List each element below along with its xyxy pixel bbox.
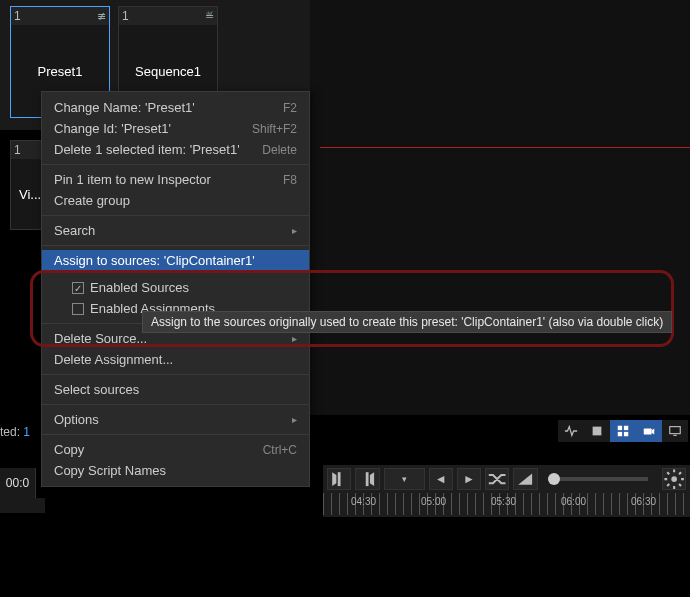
ruler-tick: 05:30 (491, 496, 516, 507)
checkbox-unchecked-icon (72, 303, 84, 315)
svg-rect-1 (618, 426, 622, 430)
menu-pin-inspector[interactable]: Pin 1 item to new Inspector F8 (42, 169, 309, 190)
ruler-tick: 04:30 (351, 496, 376, 507)
menu-separator (42, 404, 309, 405)
range-dropdown[interactable]: ▾ (384, 468, 425, 490)
ruler-tick: 06:00 (561, 496, 586, 507)
menu-create-group[interactable]: Create group (42, 190, 309, 211)
menu-delete-selected[interactable]: Delete 1 selected item: 'Preset1' Delete (42, 139, 309, 160)
menu-select-sources[interactable]: Select sources (42, 379, 309, 400)
timeline: ▾ ◄ ► 04:30 05:00 05:30 06:00 06:30 (323, 465, 690, 517)
settings-gear-icon[interactable] (662, 468, 686, 490)
svg-rect-2 (624, 426, 628, 430)
timecode-display[interactable]: 00:0 (0, 468, 36, 498)
svg-rect-6 (670, 427, 681, 434)
svg-rect-3 (618, 432, 622, 436)
square-icon[interactable] (584, 420, 610, 442)
next-button[interactable]: ► (457, 468, 481, 490)
svg-rect-7 (338, 472, 341, 486)
menu-separator (42, 164, 309, 165)
menu-change-id[interactable]: Change Id: 'Preset1' Shift+F2 (42, 118, 309, 139)
menu-options[interactable]: Options ▸ (42, 409, 309, 430)
preview-area (310, 0, 690, 415)
tile-index: 1 (14, 9, 21, 23)
menu-copy-script-names[interactable]: Copy Script Names (42, 460, 309, 481)
ruler-left-fragment (0, 498, 45, 513)
context-menu: Change Name: 'Preset1' F2 Change Id: 'Pr… (41, 91, 310, 487)
monitor-icon[interactable] (662, 420, 688, 442)
activity-icon[interactable] (558, 420, 584, 442)
slider-knob[interactable] (548, 473, 560, 485)
ruler-tick: 06:30 (631, 496, 656, 507)
svg-rect-5 (644, 428, 652, 434)
zoom-slider[interactable] (548, 477, 648, 481)
menu-copy[interactable]: Copy Ctrl+C (42, 439, 309, 460)
chevron-right-icon: ▸ (292, 333, 297, 344)
tile-index: 1 (122, 9, 129, 23)
svg-point-9 (671, 476, 677, 482)
shuffle-button[interactable] (485, 468, 509, 490)
ruler-tick: 05:00 (421, 496, 446, 507)
grid-icon[interactable] (610, 420, 636, 442)
chevron-right-icon: ▸ (292, 225, 297, 236)
status-selected: ted: 1 (0, 425, 30, 439)
mark-in-button[interactable] (327, 468, 351, 490)
menu-separator (42, 374, 309, 375)
menu-separator (42, 434, 309, 435)
contrast-button[interactable] (513, 468, 537, 490)
prev-button[interactable]: ◄ (429, 468, 453, 490)
tooltip: Assign to the sources originally used to… (142, 311, 672, 333)
menu-search[interactable]: Search ▸ (42, 220, 309, 241)
tile-index: 1 (14, 143, 21, 157)
menu-separator (42, 245, 309, 246)
checkbox-checked-icon (72, 282, 84, 294)
svg-rect-8 (366, 472, 369, 486)
camera-icon[interactable] (636, 420, 662, 442)
chevron-right-icon: ▸ (292, 414, 297, 425)
view-toolbar (558, 420, 688, 442)
menu-assign-to-sources[interactable]: Assign to sources: 'ClipContainer1' (42, 250, 309, 271)
menu-delete-assignment[interactable]: Delete Assignment... (42, 349, 309, 370)
time-ruler[interactable]: 04:30 05:00 05:30 06:00 06:30 (323, 493, 690, 515)
menu-enabled-sources[interactable]: Enabled Sources (42, 277, 309, 298)
menu-change-name[interactable]: Change Name: 'Preset1' F2 (42, 97, 309, 118)
timeline-controls: ▾ ◄ ► (323, 465, 690, 493)
mark-out-button[interactable] (355, 468, 379, 490)
svg-rect-0 (593, 427, 602, 436)
sliders-icon: ≢ (97, 10, 106, 23)
playhead-line (320, 147, 690, 148)
svg-rect-4 (624, 432, 628, 436)
sequence-icon: ≝ (205, 10, 214, 23)
menu-separator (42, 215, 309, 216)
